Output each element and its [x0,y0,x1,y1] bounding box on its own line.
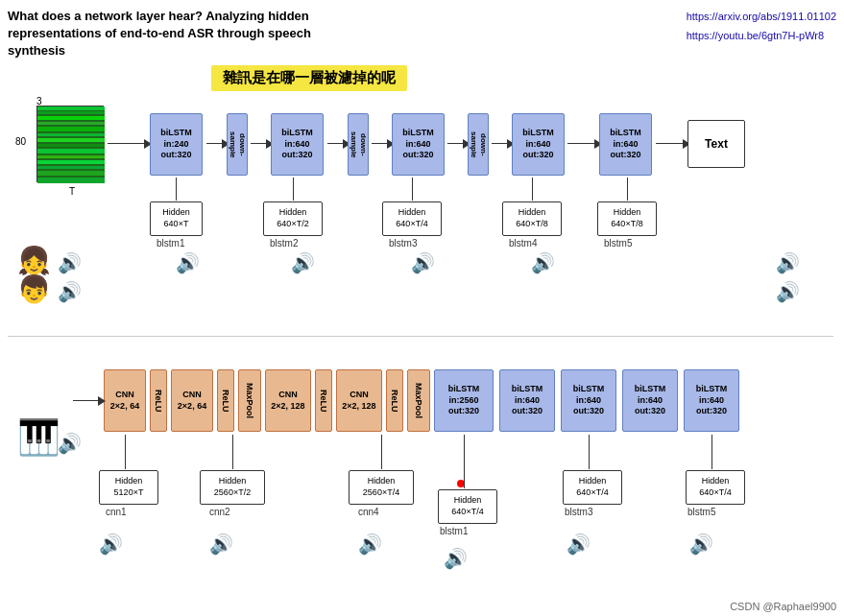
downsample-box-2: down-sample [348,113,369,176]
vert-line-2 [293,178,294,201]
bilstm-box-1: biLSTM in:240 out:320 [150,113,203,176]
svg-rect-7 [37,138,105,142]
cnn-box-3: CNN 2×2, 128 [265,369,311,432]
svg-rect-12 [37,166,105,169]
hidden-box-3: Hidden 640×T/4 [382,201,442,236]
bot-speaker-4: 🔊 [444,547,468,570]
speaker-bottom-1: 🔊 [58,432,82,455]
bot-speaker-3: 🔊 [358,533,382,556]
maxpool-box-1: MaxPool [238,369,261,432]
hidden-box-5: Hidden 640×T/8 [597,201,657,236]
downsample-box-3: down-sample [468,113,489,176]
svg-rect-1 [37,107,105,110]
vert-line-3 [412,178,413,201]
bilstm-box-5: biLSTM in:640 out:320 [599,113,652,176]
bot-hidden-4: Hidden 640×T/4 [438,489,497,524]
bottom-diagram: 🎹 🔊 CNN 2×2, 64 ReLU CNN 2×2, 64 ReLU Ma… [8,345,833,595]
header-links: https://arxiv.org/abs/1911.01102 https:/… [687,8,836,46]
arrow-2 [251,143,268,144]
speaker-icon-2f: 🔊 [776,280,800,303]
bot-speaker-6: 🔊 [689,533,713,556]
cnn-box-1: CNN 2×2, 64 [104,369,146,432]
arrow-8 [656,143,685,144]
cnn-box-4: CNN 2×2, 128 [336,369,382,432]
bot-vert-6 [711,435,712,469]
blstm1-label: blstm1 [157,238,184,249]
bot-bilstm-1: biLSTM in:2560 out:320 [434,369,494,432]
bot-speaker-1: 🔊 [99,533,123,556]
hidden-box-1: Hidden 640×T [150,201,203,236]
svg-rect-2 [37,111,105,114]
svg-rect-13 [37,171,105,176]
cnn-box-2: CNN 2×2, 64 [171,369,213,432]
svg-rect-6 [37,133,105,136]
relu-box-1: ReLU [150,369,167,432]
bot-speaker-2: 🔊 [209,533,233,556]
bilstm-box-3: biLSTM in:640 out:320 [392,113,445,176]
svg-rect-3 [37,116,105,120]
bot-vert-4 [464,435,465,488]
cnn2-label: cnn2 [209,507,230,517]
relu-box-4: ReLU [386,369,403,432]
svg-rect-4 [37,122,105,125]
bot-hidden-6: Hidden 640×T/4 [686,470,745,505]
svg-rect-5 [37,127,105,131]
speaker-icon-1f: 🔊 [776,251,800,274]
relu-box-2: ReLU [217,369,234,432]
blstm5-label: blstm5 [604,238,632,249]
speaker-icon-1d: 🔊 [411,251,435,274]
banner: 雜訊是在哪一層被濾掉的呢 [211,65,407,91]
spec-label-80: 80 [15,136,26,147]
speaker-icon-1a: 🔊 [58,251,82,274]
piano-icon: 🎹 [17,417,60,458]
speaker-icon-1c: 🔊 [291,251,315,274]
vert-line-5 [627,178,628,201]
svg-rect-11 [37,160,105,164]
main-container: What does a network layer hear? Analyzin… [0,0,844,616]
divider [8,336,833,337]
bot-blstm5-label: blstm5 [687,507,715,517]
arrow-spec-to-bilstm [108,143,146,144]
arrow-1 [206,143,224,144]
spec-label-T: T [69,186,75,197]
blstm2-label: blstm2 [270,238,298,249]
bot-blstm1-label: blstm1 [440,526,468,536]
vert-line-4 [532,178,533,201]
spectrogram [36,106,104,182]
footer: CSDN @Raphael9900 [730,601,836,612]
arrow-7 [567,143,596,144]
blstm3-label: blstm3 [389,238,417,249]
bot-hidden-5: Hidden 640×T/4 [563,470,622,505]
speaker-icon-2a: 🔊 [58,280,82,303]
svg-rect-8 [37,144,105,147]
bot-vert-5 [589,435,590,469]
speaker-icon-1b: 🔊 [176,251,200,274]
bilstm-box-2: biLSTM in:640 out:320 [271,113,324,176]
header-title: What does a network layer hear? Analyzin… [8,8,517,60]
vert-line-1 [176,178,177,201]
hidden-box-2: Hidden 640×T/2 [263,201,323,236]
text-box: Text [687,120,745,168]
arrow-3 [327,143,345,144]
bot-bilstm-2: biLSTM in:640 out:320 [499,369,555,432]
link2[interactable]: https://youtu.be/6gtn7H-pWr8 [687,30,825,41]
bot-speaker-5: 🔊 [567,533,591,556]
downsample-box-1: down-sample [227,113,248,176]
arrow-5 [447,143,465,144]
bot-vert-3 [381,435,382,469]
bot-vert-2 [232,435,233,469]
cnn4-label: cnn4 [358,507,379,517]
relu-box-3: ReLU [315,369,332,432]
svg-rect-14 [37,178,105,183]
bot-bilstm-4: biLSTM in:640 out:320 [622,369,678,432]
link1[interactable]: https://arxiv.org/abs/1911.01102 [687,11,836,22]
bot-hidden-1: Hidden 5120×T [99,470,158,505]
person-girl-icon: 👧 [17,245,51,276]
bot-hidden-3: Hidden 2560×T/4 [349,470,414,505]
top-diagram: 3 80 T [8,86,833,307]
bilstm-box-4: biLSTM in:640 out:320 [512,113,565,176]
svg-rect-9 [37,149,105,154]
bot-arrow-1 [73,400,100,401]
svg-rect-10 [37,155,105,158]
person-boy-icon: 👦 [17,273,51,305]
